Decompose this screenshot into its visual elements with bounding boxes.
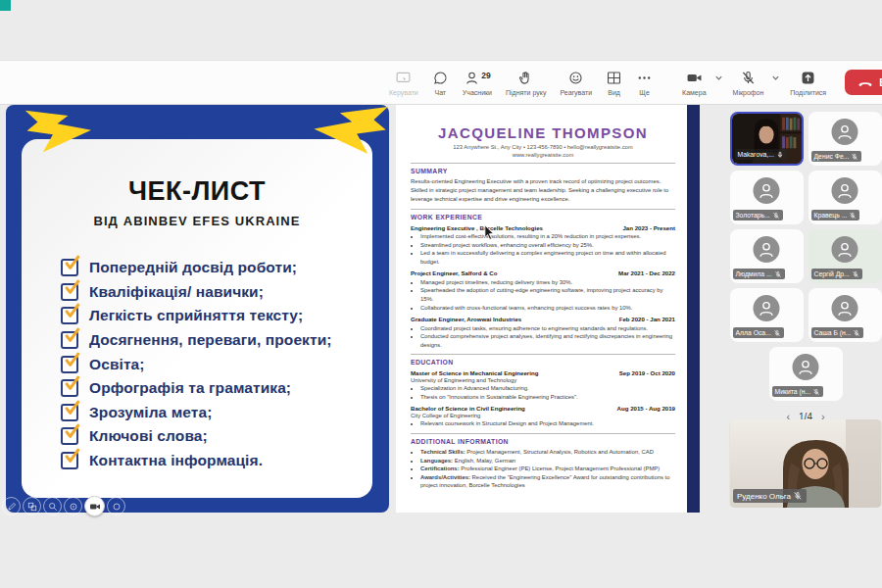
annotation-eraser-icon[interactable]	[107, 497, 125, 515]
chevron-down-icon[interactable]	[771, 69, 780, 86]
react-icon	[567, 70, 584, 86]
toolbar-camera-button[interactable]: Камера	[675, 70, 712, 96]
toolbar-participants-button[interactable]: 29 Учасники	[456, 70, 499, 96]
toolbar-right-group: Камера Мікрофон Поділитися	[675, 69, 833, 96]
toolbar-raise-hand-button[interactable]: Підняти руку	[499, 70, 553, 96]
participant-name-pill: Кравець ...	[811, 210, 860, 220]
resume-job: Graduate Engineer, Arowwai IndustriesFeb…	[411, 316, 675, 349]
annotation-shapes-icon[interactable]	[23, 497, 41, 515]
annotation-laser-icon[interactable]	[64, 497, 82, 515]
toolbar-microphone-button[interactable]: Мікрофон	[726, 70, 771, 96]
toolbar-share-label: Поділитися	[790, 89, 826, 96]
resume-school: Bachelor of Science in Civil Engineering…	[411, 405, 675, 428]
participant-name-pill: Золотарь...	[733, 210, 783, 220]
toolbar-left-group: Керувати Чат 29 Учасники Підняти руку Ре…	[382, 70, 660, 96]
chat-icon	[432, 70, 449, 86]
lightning-bolt-icon	[20, 107, 104, 156]
toolbar-share-button[interactable]: Поділитися	[783, 70, 833, 96]
participant-name: Саша Б (н...	[814, 329, 852, 336]
checklist-item-label: Освіта;	[89, 356, 145, 373]
additional-bullet: Technical Skills: Project Management, St…	[420, 448, 675, 457]
mic-off-icon	[853, 329, 860, 337]
job-bullet: Managed project timelines, reducing deli…	[420, 278, 675, 287]
chevron-down-icon[interactable]	[714, 69, 723, 86]
resume-contact: 123 Anywhere St., Any City • 123-456-789…	[411, 144, 675, 150]
checkbox-checked-icon	[61, 427, 78, 445]
mic-muted-icon	[740, 70, 757, 86]
school-name: City College of Engineering	[411, 413, 675, 418]
avatar	[832, 177, 858, 204]
camera-icon	[686, 70, 703, 86]
participant-tile[interactable]: Золотарь...	[730, 171, 804, 224]
checkbox-checked-icon	[61, 379, 78, 397]
school-bullet: Thesis on "Innovations in Sustainable En…	[420, 393, 675, 402]
school-bullet: Relevant coursework in Structural Design…	[420, 419, 675, 428]
participant-tile[interactable]: Сергій Др...	[808, 229, 882, 283]
participant-name-pill: Саша Б (н...	[811, 327, 864, 338]
participant-tile[interactable]: Микита (н...	[769, 347, 843, 401]
more-icon	[636, 70, 653, 86]
participant-tile[interactable]: Кравець ...	[808, 171, 882, 224]
participant-name-pill: Алла Оса...	[733, 327, 784, 338]
checklist-item: Легкість сприйняття тексту;	[61, 304, 372, 328]
checklist-item-label: Досягнення, переваги, проекти;	[89, 331, 332, 349]
participant-video-spotlight[interactable]: Руденко Ольга	[729, 419, 882, 508]
annotation-magnifier-icon[interactable]	[43, 497, 62, 515]
job-bullet: Implemented cost-effective solutions, re…	[420, 232, 675, 241]
phone-icon	[858, 78, 873, 87]
slide-subtitle: ВІД ABINBEV EFES UKRAINE	[22, 214, 372, 228]
resume-additional-heading: ADDITIONAL INFORMATION	[411, 438, 675, 445]
checklist-item: Орфографія та граматика;	[61, 376, 372, 401]
participant-name: Микита (н...	[775, 388, 811, 395]
toolbar-manage-label: Керувати	[389, 89, 418, 96]
degree: Bachelor of Science in Civil Engineering	[411, 405, 525, 412]
avatar	[832, 295, 858, 321]
participants-count: 29	[481, 71, 490, 80]
participant-tile[interactable]: Алла Оса...	[730, 288, 804, 342]
toolbar-view-button[interactable]: Вид	[599, 70, 629, 96]
annotation-toolbar	[2, 496, 125, 516]
checklist-item-label: Попередній досвід роботи;	[89, 259, 297, 276]
mic-on-icon	[776, 151, 784, 159]
participant-name: Кравець ...	[814, 212, 848, 219]
participant-name: Makarova,...	[738, 151, 774, 158]
resume-website: www.reallygreatsite.com	[411, 152, 675, 158]
degree: Master of Science in Mechanical Engineer…	[411, 369, 538, 376]
participant-tile[interactable]: Денис Фе...	[808, 112, 882, 166]
participant-tile[interactable]: Makarova,...	[730, 112, 804, 166]
toolbar-chat-button[interactable]: Чат	[425, 70, 456, 96]
raise-hand-icon	[517, 70, 534, 86]
participant-tile[interactable]: Саша Б (н...	[808, 288, 882, 342]
mic-off-icon	[812, 388, 820, 396]
resume-side-bar	[687, 105, 700, 513]
checklist-item-label: Легкість сприйняття тексту;	[89, 307, 303, 324]
annotation-pen-icon[interactable]	[2, 497, 21, 515]
toolbar-view-label: Вид	[608, 89, 620, 96]
meeting-toolbar: Керувати Чат 29 Учасники Підняти руку Ре…	[0, 60, 882, 105]
checkbox-checked-icon	[61, 356, 78, 373]
participant-name-pill: Сергій Др...	[811, 269, 862, 279]
checklist-item-label: Кваліфікація/ навички;	[89, 283, 264, 301]
job-bullet: Spearheaded the adoption of cutting-edge…	[420, 286, 675, 303]
leave-button[interactable]: Вийти	[845, 70, 882, 95]
resume-work-heading: WORK EXPERIENCE	[411, 214, 675, 220]
additional-bullet: Certifications: Professional Engineer (P…	[420, 465, 675, 473]
view-icon	[606, 70, 622, 86]
mic-muted-icon	[793, 491, 803, 501]
job-title: Project Engineer, Salford & Co	[411, 270, 497, 276]
participant-tile[interactable]: Людмила ...	[730, 229, 804, 283]
checklist: Попередній досвід роботи; Кваліфікація/ …	[61, 256, 372, 472]
checkbox-checked-icon	[61, 307, 78, 324]
annotation-camera-icon[interactable]	[84, 496, 105, 516]
school-name: University of Engineering and Technology	[411, 377, 675, 383]
resume-schools: Master of Science in Mechanical Engineer…	[411, 369, 675, 428]
share-icon	[800, 70, 816, 86]
toolbar-manage-button[interactable]: Керувати	[382, 70, 425, 96]
slide-card: ЧЕК-ЛИСТ ВІД ABINBEV EFES UKRAINE Попере…	[22, 139, 372, 498]
participant-name: Золотарь...	[736, 212, 770, 219]
toolbar-react-button[interactable]: Реагувати	[553, 70, 599, 96]
additional-bullet: Awards/Activities: Received the "Enginee…	[420, 473, 675, 490]
checklist-item-label: Ключові слова;	[89, 427, 208, 445]
toolbar-more-button[interactable]: Ще	[629, 70, 660, 96]
toolbar-react-label: Реагувати	[560, 89, 592, 96]
